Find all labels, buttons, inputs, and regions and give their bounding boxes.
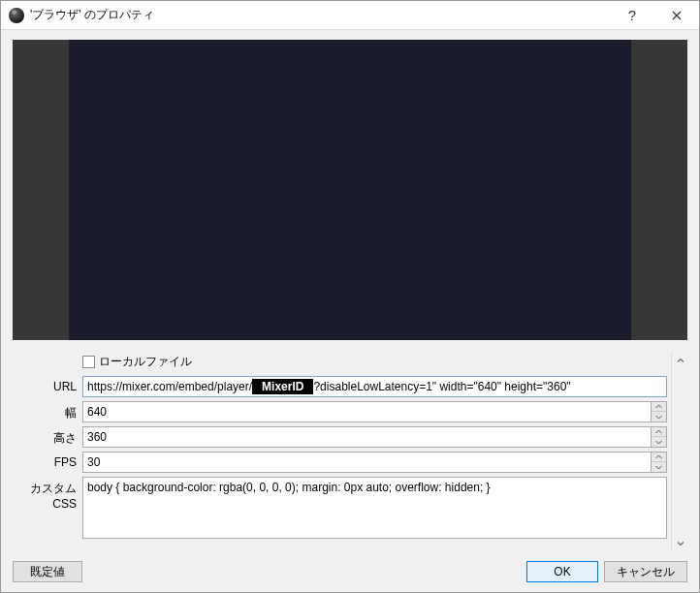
width-label: 幅 — [13, 401, 82, 421]
row-local-file: ローカルファイル — [13, 352, 667, 372]
url-value-prefix: https://mixer.com/embed/player/ — [87, 380, 252, 393]
fps-label: FPS — [13, 452, 82, 469]
url-value-suffix: ?disableLowLatency=1" width="640" height… — [313, 380, 570, 393]
scroll-up-button[interactable] — [672, 352, 688, 368]
url-value-redacted: MixerID — [252, 379, 313, 394]
preview-area — [13, 40, 687, 340]
dialog-window: 'ブラウザ' のプロパティ ? ローカルファイル — [0, 0, 700, 593]
form-scrollbar[interactable] — [671, 352, 687, 551]
chevron-down-icon — [655, 465, 662, 470]
preview-content — [69, 40, 631, 340]
scroll-down-button[interactable] — [672, 535, 688, 551]
url-input[interactable]: https://mixer.com/embed/player/ MixerID … — [82, 376, 667, 397]
chevron-up-icon — [655, 429, 662, 434]
row-fps: FPS — [13, 452, 667, 473]
form-content: ローカルファイル URL https://mixer.com/embed/pla… — [13, 352, 667, 551]
chevron-down-icon — [655, 440, 662, 445]
local-file-label: ローカルファイル — [99, 354, 192, 370]
chevron-up-icon — [677, 357, 684, 364]
ok-button[interactable]: OK — [526, 561, 598, 582]
row-width: 幅 — [13, 401, 667, 422]
chevron-up-icon — [655, 454, 662, 459]
button-bar: 既定値 OK キャンセル — [13, 561, 687, 582]
width-step-up[interactable] — [652, 402, 666, 412]
url-label: URL — [13, 376, 82, 393]
chevron-down-icon — [677, 540, 684, 547]
cancel-button[interactable]: キャンセル — [604, 561, 687, 582]
width-input[interactable] — [82, 401, 667, 422]
local-file-checkbox[interactable]: ローカルファイル — [82, 352, 667, 372]
defaults-button[interactable]: 既定値 — [13, 561, 82, 582]
css-input[interactable] — [82, 477, 667, 539]
fps-value[interactable] — [82, 452, 651, 473]
help-button[interactable]: ? — [610, 1, 654, 30]
height-input[interactable] — [82, 426, 667, 448]
height-step-down[interactable] — [652, 437, 666, 447]
row-css: カスタム CSS — [13, 477, 667, 542]
row-height: 高さ — [13, 426, 667, 448]
chevron-up-icon — [655, 404, 662, 409]
height-step-up[interactable] — [652, 427, 666, 437]
app-icon — [9, 8, 24, 23]
width-step-down[interactable] — [652, 412, 666, 421]
window-title: 'ブラウザ' のプロパティ — [30, 7, 154, 23]
client-area: ローカルファイル URL https://mixer.com/embed/pla… — [1, 30, 699, 592]
css-label: カスタム CSS — [13, 477, 82, 511]
fps-step-up[interactable] — [652, 453, 666, 462]
fps-step-down[interactable] — [652, 462, 666, 472]
checkbox-icon — [82, 356, 95, 368]
form-area: ローカルファイル URL https://mixer.com/embed/pla… — [13, 352, 687, 551]
close-icon — [672, 11, 682, 20]
chevron-down-icon — [655, 415, 662, 420]
fps-input[interactable] — [82, 452, 667, 473]
titlebar: 'ブラウザ' のプロパティ ? — [1, 1, 699, 30]
close-button[interactable] — [654, 1, 699, 30]
width-value[interactable] — [82, 401, 651, 422]
height-value[interactable] — [82, 426, 651, 448]
height-label: 高さ — [13, 426, 82, 447]
row-url: URL https://mixer.com/embed/player/ Mixe… — [13, 376, 667, 397]
